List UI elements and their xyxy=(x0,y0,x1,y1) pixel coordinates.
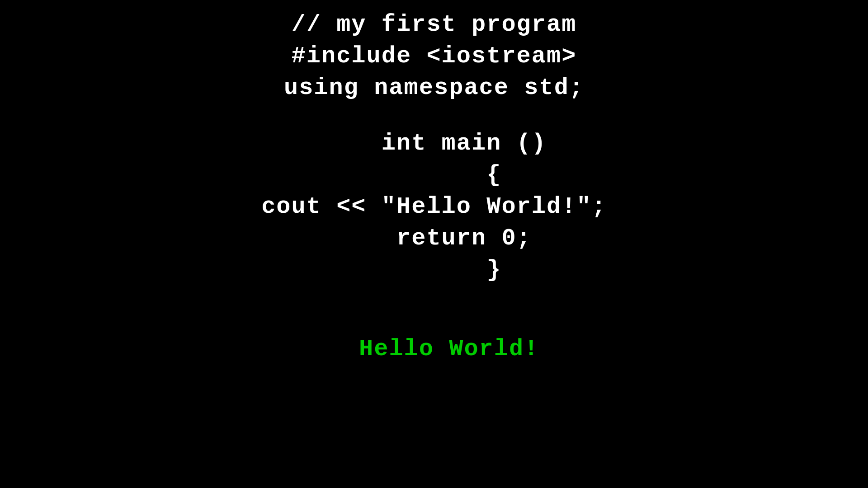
code-display: // my first program #include <iostream> … xyxy=(0,0,868,365)
line-main: int main () xyxy=(321,128,547,160)
line-cout: cout << "Hello World!"; xyxy=(261,191,607,223)
line-comment: // my first program xyxy=(292,9,577,41)
line-using: using namespace std; xyxy=(284,72,584,104)
line-open-brace: { xyxy=(367,160,502,191)
line-return: return 0; xyxy=(336,223,532,254)
line-include: #include <iostream> xyxy=(292,41,577,72)
line-close-brace: } xyxy=(367,254,502,286)
line-output: Hello World! xyxy=(329,333,539,365)
